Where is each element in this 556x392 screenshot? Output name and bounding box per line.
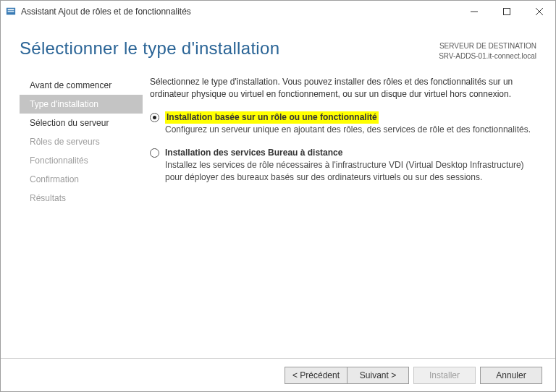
next-button[interactable]: Suivant > xyxy=(347,367,409,384)
body-area: Avant de commencer Type d'installation S… xyxy=(1,69,555,358)
intro-text: Sélectionnez le type d'installation. Vou… xyxy=(150,76,536,101)
sidebar-item-label: Avant de commencer xyxy=(30,80,111,90)
option-desc: Installez les services de rôle nécessair… xyxy=(165,159,536,184)
page-title: Sélectionner le type d'installation xyxy=(20,38,439,59)
sidebar-item-features: Fonctionnalités xyxy=(20,151,143,170)
option-role-based[interactable]: Installation basée sur un rôle ou une fo… xyxy=(150,111,536,137)
maximize-button[interactable] xyxy=(490,1,523,22)
option-title: Installation des services Bureau à dista… xyxy=(165,147,536,159)
destination-label: SERVEUR DE DESTINATION xyxy=(439,41,536,51)
sidebar-item-label: Résultats xyxy=(30,193,66,203)
window-title: Assistant Ajout de rôles et de fonctionn… xyxy=(21,7,458,17)
sidebar-item-label: Confirmation xyxy=(30,174,79,184)
nav-button-group: < Précédent Suivant > xyxy=(285,367,409,384)
option-text: Installation basée sur un rôle ou une fo… xyxy=(165,111,536,137)
content-area: Sélectionner le type d'installation SERV… xyxy=(1,22,555,391)
header-area: Sélectionner le type d'installation SERV… xyxy=(1,22,555,69)
minimize-button[interactable] xyxy=(458,1,490,22)
svg-rect-2 xyxy=(8,11,14,12)
install-button: Installer xyxy=(413,367,476,384)
option-text: Installation des services Bureau à dista… xyxy=(165,147,536,184)
wizard-sidebar: Avant de commencer Type d'installation S… xyxy=(20,69,143,358)
window-controls xyxy=(458,1,555,22)
option-remote-desktop[interactable]: Installation des services Bureau à dista… xyxy=(150,147,536,184)
sidebar-item-install-type[interactable]: Type d'installation xyxy=(20,95,143,114)
sidebar-item-label: Fonctionnalités xyxy=(30,155,88,166)
radio-role-based[interactable] xyxy=(150,113,159,122)
option-title: Installation basée sur un rôle ou une fo… xyxy=(165,111,379,124)
sidebar-item-before-begin[interactable]: Avant de commencer xyxy=(20,76,143,95)
previous-button[interactable]: < Précédent xyxy=(285,367,347,384)
titlebar: Assistant Ajout de rôles et de fonctionn… xyxy=(1,1,555,22)
main-panel: Sélectionnez le type d'installation. Vou… xyxy=(143,69,555,358)
destination-info: SERVEUR DE DESTINATION SRV-ADDS-01.it-co… xyxy=(439,38,536,61)
sidebar-item-label: Sélection du serveur xyxy=(30,118,109,128)
sidebar-item-label: Type d'installation xyxy=(30,99,98,109)
sidebar-item-confirmation: Confirmation xyxy=(20,170,143,189)
option-desc: Configurez un serveur unique en ajoutant… xyxy=(165,124,536,136)
footer-buttons: < Précédent Suivant > Installer Annuler xyxy=(1,358,555,391)
cancel-button[interactable]: Annuler xyxy=(480,367,542,384)
sidebar-item-server-roles: Rôles de serveurs xyxy=(20,132,143,151)
close-button[interactable] xyxy=(523,1,555,22)
radio-remote-desktop[interactable] xyxy=(150,148,159,158)
sidebar-item-server-selection[interactable]: Sélection du serveur xyxy=(20,114,143,132)
sidebar-item-label: Rôles de serveurs xyxy=(30,137,100,147)
app-icon xyxy=(5,6,17,17)
svg-rect-4 xyxy=(503,9,510,15)
destination-value: SRV-ADDS-01.it-connect.local xyxy=(439,51,536,61)
svg-rect-1 xyxy=(8,9,14,11)
wizard-window: Assistant Ajout de rôles et de fonctionn… xyxy=(0,0,556,392)
sidebar-item-results: Résultats xyxy=(20,189,143,208)
